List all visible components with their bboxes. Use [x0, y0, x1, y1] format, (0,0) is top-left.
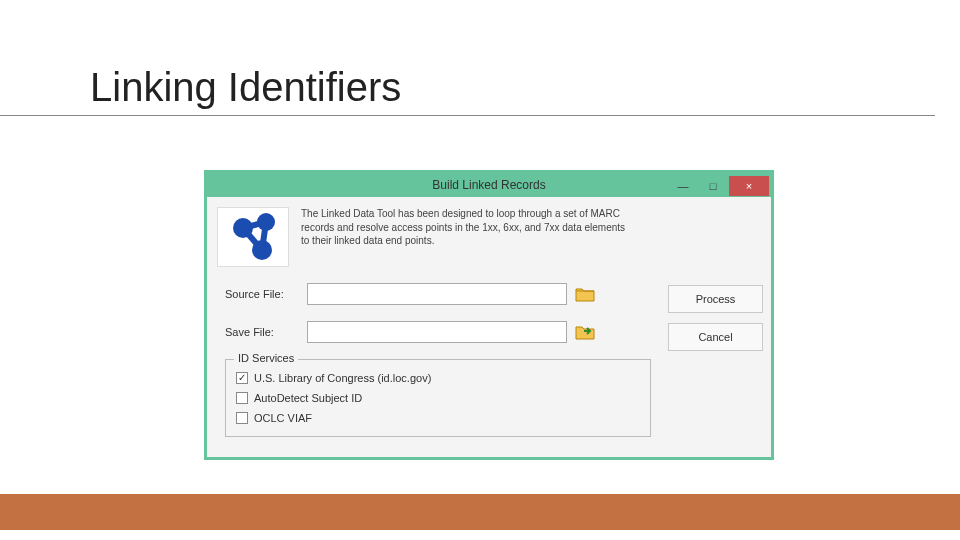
open-folder-icon[interactable] [575, 285, 595, 303]
dialog-description: The Linked Data Tool has been designed t… [301, 205, 631, 273]
source-file-label: Source File: [217, 288, 307, 300]
checkbox-autodetect[interactable] [236, 392, 248, 404]
page-title: Linking Identifiers [0, 0, 935, 116]
checkbox-label: AutoDetect Subject ID [254, 392, 362, 404]
source-file-input[interactable] [307, 283, 567, 305]
close-button[interactable]: × [729, 176, 769, 196]
save-file-input[interactable] [307, 321, 567, 343]
checkbox-label: U.S. Library of Congress (id.loc.gov) [254, 372, 431, 384]
titlebar: Build Linked Records — □ × [207, 173, 771, 197]
slide-footer-bar [0, 494, 960, 530]
window-title: Build Linked Records [432, 178, 545, 192]
dialog-window: Build Linked Records — □ × The Linked Da… [204, 170, 774, 460]
id-services-legend: ID Services [234, 352, 298, 364]
save-file-label: Save File: [217, 326, 307, 338]
checkbox-viaf[interactable] [236, 412, 248, 424]
checkbox-label: OCLC VIAF [254, 412, 312, 424]
app-logo-icon [217, 207, 289, 267]
minimize-button[interactable]: — [669, 176, 697, 196]
id-services-group: ID Services ✓ U.S. Library of Congress (… [225, 359, 651, 437]
cancel-button[interactable]: Cancel [668, 323, 763, 351]
checkbox-loc[interactable]: ✓ [236, 372, 248, 384]
maximize-button[interactable]: □ [699, 176, 727, 196]
save-folder-icon[interactable] [575, 323, 595, 341]
process-button[interactable]: Process [668, 285, 763, 313]
